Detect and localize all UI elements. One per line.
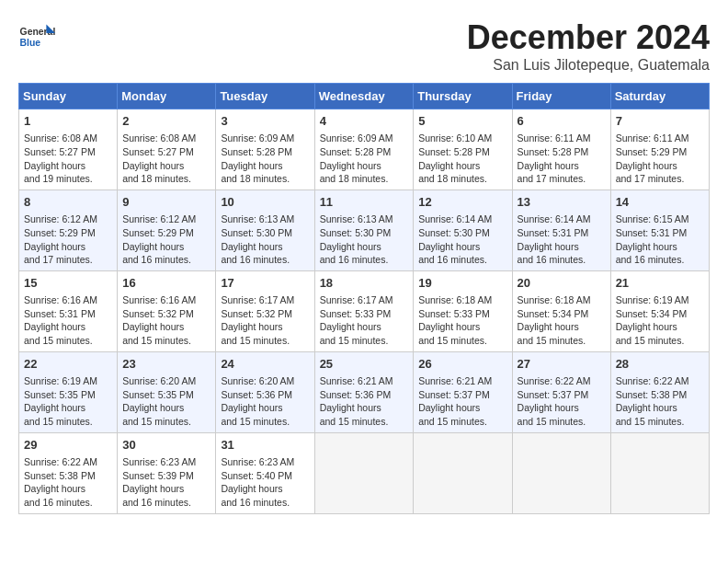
logo: General Blue: [18, 18, 59, 55]
calendar-cell: 24Sunrise: 6:20 AMSunset: 5:36 PMDayligh…: [216, 351, 314, 432]
calendar-cell: 22Sunrise: 6:19 AMSunset: 5:35 PMDayligh…: [19, 351, 118, 432]
calendar-cell: 21Sunrise: 6:19 AMSunset: 5:34 PMDayligh…: [610, 270, 709, 351]
page-header: General Blue December 2024 San Luis Jilo…: [18, 18, 710, 74]
calendar-table: SundayMondayTuesdayWednesdayThursdayFrid…: [18, 83, 710, 514]
calendar-cell: 8Sunrise: 6:12 AMSunset: 5:29 PMDaylight…: [19, 190, 118, 270]
calendar-cell: 12Sunrise: 6:14 AMSunset: 5:30 PMDayligh…: [414, 190, 512, 270]
calendar-cell: 11Sunrise: 6:13 AMSunset: 5:30 PMDayligh…: [314, 190, 414, 270]
calendar-cell: 16Sunrise: 6:16 AMSunset: 5:32 PMDayligh…: [118, 270, 216, 351]
calendar-cell: 28Sunrise: 6:22 AMSunset: 5:38 PMDayligh…: [610, 351, 709, 432]
calendar-cell: 26Sunrise: 6:21 AMSunset: 5:37 PMDayligh…: [414, 351, 512, 432]
calendar-cell: 15Sunrise: 6:16 AMSunset: 5:31 PMDayligh…: [19, 270, 118, 351]
title-block: December 2024 San Luis Jilotepeque, Guat…: [467, 18, 710, 74]
svg-text:Blue: Blue: [20, 38, 41, 48]
calendar-cell: 30Sunrise: 6:23 AMSunset: 5:39 PMDayligh…: [118, 432, 216, 513]
calendar-cell: 7Sunrise: 6:11 AMSunset: 5:29 PMDaylight…: [610, 109, 709, 190]
weekday-header-tuesday: Tuesday: [216, 84, 314, 109]
calendar-cell: 6Sunrise: 6:11 AMSunset: 5:28 PMDaylight…: [512, 109, 610, 190]
calendar-cell: [314, 432, 414, 513]
calendar-cell: 14Sunrise: 6:15 AMSunset: 5:31 PMDayligh…: [610, 190, 709, 270]
calendar-cell: 18Sunrise: 6:17 AMSunset: 5:33 PMDayligh…: [314, 270, 414, 351]
calendar-cell: 2Sunrise: 6:08 AMSunset: 5:27 PMDaylight…: [118, 109, 216, 190]
weekday-header-sunday: Sunday: [19, 84, 118, 109]
weekday-header-thursday: Thursday: [414, 84, 512, 109]
calendar-cell: 17Sunrise: 6:17 AMSunset: 5:32 PMDayligh…: [216, 270, 314, 351]
weekday-header-wednesday: Wednesday: [314, 84, 414, 109]
calendar-week-4: 29Sunrise: 6:22 AMSunset: 5:38 PMDayligh…: [19, 432, 710, 513]
calendar-cell: 31Sunrise: 6:23 AMSunset: 5:40 PMDayligh…: [216, 432, 314, 513]
calendar-cell: [610, 432, 709, 513]
calendar-cell: 10Sunrise: 6:13 AMSunset: 5:30 PMDayligh…: [216, 190, 314, 270]
calendar-cell: [512, 432, 610, 513]
calendar-week-1: 8Sunrise: 6:12 AMSunset: 5:29 PMDaylight…: [19, 190, 710, 270]
weekday-header-row: SundayMondayTuesdayWednesdayThursdayFrid…: [19, 84, 710, 109]
weekday-header-saturday: Saturday: [610, 84, 709, 109]
month-title: December 2024: [467, 18, 710, 57]
calendar-cell: 13Sunrise: 6:14 AMSunset: 5:31 PMDayligh…: [512, 190, 610, 270]
calendar-week-2: 15Sunrise: 6:16 AMSunset: 5:31 PMDayligh…: [19, 270, 710, 351]
calendar-cell: 4Sunrise: 6:09 AMSunset: 5:28 PMDaylight…: [314, 109, 414, 190]
calendar-cell: 20Sunrise: 6:18 AMSunset: 5:34 PMDayligh…: [512, 270, 610, 351]
calendar-cell: 25Sunrise: 6:21 AMSunset: 5:36 PMDayligh…: [314, 351, 414, 432]
calendar-cell: 27Sunrise: 6:22 AMSunset: 5:37 PMDayligh…: [512, 351, 610, 432]
calendar-cell: [414, 432, 512, 513]
calendar-cell: 19Sunrise: 6:18 AMSunset: 5:33 PMDayligh…: [414, 270, 512, 351]
calendar-cell: 3Sunrise: 6:09 AMSunset: 5:28 PMDaylight…: [216, 109, 314, 190]
weekday-header-monday: Monday: [118, 84, 216, 109]
weekday-header-friday: Friday: [512, 84, 610, 109]
calendar-cell: 1Sunrise: 6:08 AMSunset: 5:27 PMDaylight…: [19, 109, 118, 190]
calendar-cell: 9Sunrise: 6:12 AMSunset: 5:29 PMDaylight…: [118, 190, 216, 270]
location: San Luis Jilotepeque, Guatemala: [467, 57, 710, 74]
calendar-cell: 23Sunrise: 6:20 AMSunset: 5:35 PMDayligh…: [118, 351, 216, 432]
calendar-week-3: 22Sunrise: 6:19 AMSunset: 5:35 PMDayligh…: [19, 351, 710, 432]
calendar-cell: 5Sunrise: 6:10 AMSunset: 5:28 PMDaylight…: [414, 109, 512, 190]
logo-icon: General Blue: [18, 18, 55, 55]
calendar-cell: 29Sunrise: 6:22 AMSunset: 5:38 PMDayligh…: [19, 432, 118, 513]
calendar-week-0: 1Sunrise: 6:08 AMSunset: 5:27 PMDaylight…: [19, 109, 710, 190]
